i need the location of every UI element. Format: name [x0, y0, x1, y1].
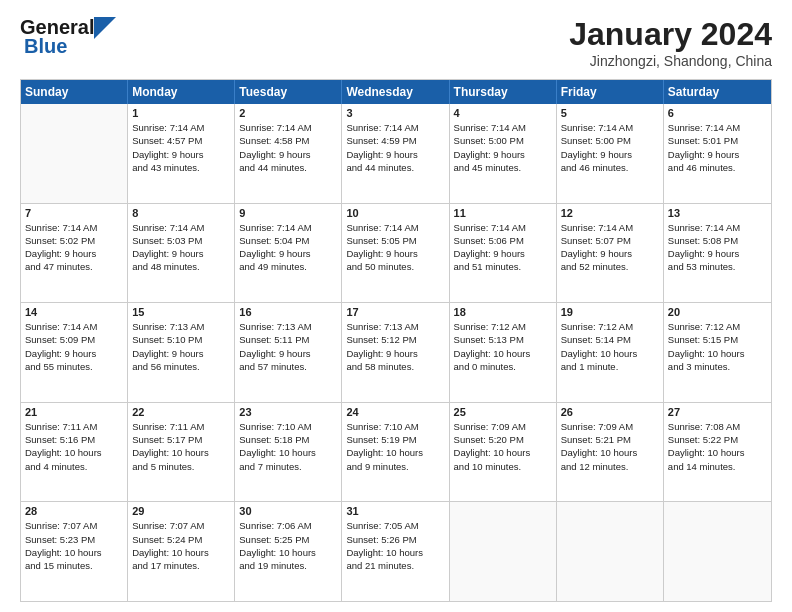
cell-info-line: Daylight: 9 hours [25, 248, 96, 259]
cell-info-line: Sunset: 5:18 PM [239, 434, 309, 445]
calendar-row-2: 14Sunrise: 7:14 AMSunset: 5:09 PMDayligh… [21, 303, 771, 403]
cell-info-line: Sunset: 5:19 PM [346, 434, 416, 445]
cell-info-line: and 46 minutes. [561, 162, 629, 173]
cell-info: Sunrise: 7:14 AMSunset: 4:58 PMDaylight:… [239, 121, 337, 174]
cell-info-line: and 43 minutes. [132, 162, 200, 173]
cell-date: 27 [668, 406, 767, 418]
cell-info: Sunrise: 7:05 AMSunset: 5:26 PMDaylight:… [346, 519, 444, 572]
cell-info-line: Sunrise: 7:14 AM [346, 122, 418, 133]
calendar-row-0: 1Sunrise: 7:14 AMSunset: 4:57 PMDaylight… [21, 104, 771, 204]
cell-info-line: and 55 minutes. [25, 361, 93, 372]
calendar-cell [557, 502, 664, 601]
cell-info-line: Sunset: 5:24 PM [132, 534, 202, 545]
calendar-cell: 14Sunrise: 7:14 AMSunset: 5:09 PMDayligh… [21, 303, 128, 402]
cell-info-line: Sunset: 5:21 PM [561, 434, 631, 445]
cell-info-line: Daylight: 9 hours [346, 348, 417, 359]
cell-info-line: and 7 minutes. [239, 461, 301, 472]
cell-info: Sunrise: 7:14 AMSunset: 5:03 PMDaylight:… [132, 221, 230, 274]
cell-info-line: Daylight: 10 hours [346, 547, 423, 558]
calendar-cell: 28Sunrise: 7:07 AMSunset: 5:23 PMDayligh… [21, 502, 128, 601]
cell-info: Sunrise: 7:07 AMSunset: 5:23 PMDaylight:… [25, 519, 123, 572]
cell-info-line: Sunset: 4:59 PM [346, 135, 416, 146]
cell-info: Sunrise: 7:09 AMSunset: 5:21 PMDaylight:… [561, 420, 659, 473]
cell-info-line: and 48 minutes. [132, 261, 200, 272]
cell-info-line: and 47 minutes. [25, 261, 93, 272]
cell-info-line: Sunset: 5:15 PM [668, 334, 738, 345]
cell-info-line: Daylight: 9 hours [454, 248, 525, 259]
calendar-cell: 2Sunrise: 7:14 AMSunset: 4:58 PMDaylight… [235, 104, 342, 203]
cell-info-line: and 17 minutes. [132, 560, 200, 571]
cell-info-line: Sunset: 5:26 PM [346, 534, 416, 545]
cell-info-line: and 4 minutes. [25, 461, 87, 472]
cell-info-line: and 46 minutes. [668, 162, 736, 173]
cell-info-line: Sunrise: 7:14 AM [561, 222, 633, 233]
cell-date: 19 [561, 306, 659, 318]
cell-info-line: Daylight: 10 hours [561, 447, 638, 458]
cell-info-line: Sunset: 5:16 PM [25, 434, 95, 445]
cell-info: Sunrise: 7:14 AMSunset: 5:06 PMDaylight:… [454, 221, 552, 274]
cell-info-line: and 45 minutes. [454, 162, 522, 173]
calendar-cell: 13Sunrise: 7:14 AMSunset: 5:08 PMDayligh… [664, 204, 771, 303]
day-header-thursday: Thursday [450, 80, 557, 104]
calendar-cell: 25Sunrise: 7:09 AMSunset: 5:20 PMDayligh… [450, 403, 557, 502]
cell-info-line: Daylight: 10 hours [239, 547, 316, 558]
cell-info-line: Sunrise: 7:14 AM [239, 122, 311, 133]
cell-info: Sunrise: 7:11 AMSunset: 5:17 PMDaylight:… [132, 420, 230, 473]
calendar-cell: 16Sunrise: 7:13 AMSunset: 5:11 PMDayligh… [235, 303, 342, 402]
day-header-monday: Monday [128, 80, 235, 104]
cell-info-line: and 21 minutes. [346, 560, 414, 571]
cell-date: 5 [561, 107, 659, 119]
cell-date: 28 [25, 505, 123, 517]
cell-info-line: and 44 minutes. [346, 162, 414, 173]
cell-info-line: Sunrise: 7:10 AM [346, 421, 418, 432]
cell-info: Sunrise: 7:14 AMSunset: 4:59 PMDaylight:… [346, 121, 444, 174]
cell-info-line: Sunrise: 7:10 AM [239, 421, 311, 432]
location: Jinzhongzi, Shandong, China [569, 53, 772, 69]
calendar-cell: 21Sunrise: 7:11 AMSunset: 5:16 PMDayligh… [21, 403, 128, 502]
cell-date: 29 [132, 505, 230, 517]
cell-info-line: Sunrise: 7:09 AM [454, 421, 526, 432]
cell-info: Sunrise: 7:13 AMSunset: 5:10 PMDaylight:… [132, 320, 230, 373]
cell-info-line: and 52 minutes. [561, 261, 629, 272]
calendar-row-1: 7Sunrise: 7:14 AMSunset: 5:02 PMDaylight… [21, 204, 771, 304]
cell-date: 18 [454, 306, 552, 318]
cell-info-line: Daylight: 10 hours [668, 447, 745, 458]
cell-info-line: Daylight: 9 hours [132, 248, 203, 259]
cell-info-line: Sunrise: 7:13 AM [132, 321, 204, 332]
calendar-cell: 22Sunrise: 7:11 AMSunset: 5:17 PMDayligh… [128, 403, 235, 502]
cell-info-line: Daylight: 10 hours [25, 547, 102, 558]
calendar-cell: 10Sunrise: 7:14 AMSunset: 5:05 PMDayligh… [342, 204, 449, 303]
cell-date: 20 [668, 306, 767, 318]
cell-info-line: Sunrise: 7:07 AM [25, 520, 97, 531]
cell-info-line: and 50 minutes. [346, 261, 414, 272]
cell-info-line: Sunrise: 7:14 AM [668, 122, 740, 133]
cell-date: 23 [239, 406, 337, 418]
cell-info-line: Sunrise: 7:07 AM [132, 520, 204, 531]
cell-info: Sunrise: 7:14 AMSunset: 5:00 PMDaylight:… [454, 121, 552, 174]
cell-info-line: Sunset: 5:02 PM [25, 235, 95, 246]
cell-info-line: and 51 minutes. [454, 261, 522, 272]
cell-date: 21 [25, 406, 123, 418]
header: General Blue January 2024 Jinzhongzi, Sh… [20, 16, 772, 69]
cell-info-line: Sunset: 5:12 PM [346, 334, 416, 345]
cell-info-line: and 53 minutes. [668, 261, 736, 272]
cell-info-line: Sunrise: 7:14 AM [132, 222, 204, 233]
calendar-cell: 6Sunrise: 7:14 AMSunset: 5:01 PMDaylight… [664, 104, 771, 203]
calendar-cell: 19Sunrise: 7:12 AMSunset: 5:14 PMDayligh… [557, 303, 664, 402]
cell-info: Sunrise: 7:14 AMSunset: 5:05 PMDaylight:… [346, 221, 444, 274]
day-header-friday: Friday [557, 80, 664, 104]
cell-info-line: Daylight: 9 hours [346, 248, 417, 259]
cell-info-line: Sunrise: 7:12 AM [561, 321, 633, 332]
cell-info-line: Daylight: 10 hours [25, 447, 102, 458]
cell-info-line: and 10 minutes. [454, 461, 522, 472]
cell-info-line: and 5 minutes. [132, 461, 194, 472]
calendar-cell: 29Sunrise: 7:07 AMSunset: 5:24 PMDayligh… [128, 502, 235, 601]
calendar-row-3: 21Sunrise: 7:11 AMSunset: 5:16 PMDayligh… [21, 403, 771, 503]
calendar-cell: 20Sunrise: 7:12 AMSunset: 5:15 PMDayligh… [664, 303, 771, 402]
cell-date: 30 [239, 505, 337, 517]
calendar-cell: 9Sunrise: 7:14 AMSunset: 5:04 PMDaylight… [235, 204, 342, 303]
cell-info-line: Sunset: 5:20 PM [454, 434, 524, 445]
calendar-cell: 3Sunrise: 7:14 AMSunset: 4:59 PMDaylight… [342, 104, 449, 203]
cell-date: 13 [668, 207, 767, 219]
cell-info-line: Sunrise: 7:14 AM [561, 122, 633, 133]
